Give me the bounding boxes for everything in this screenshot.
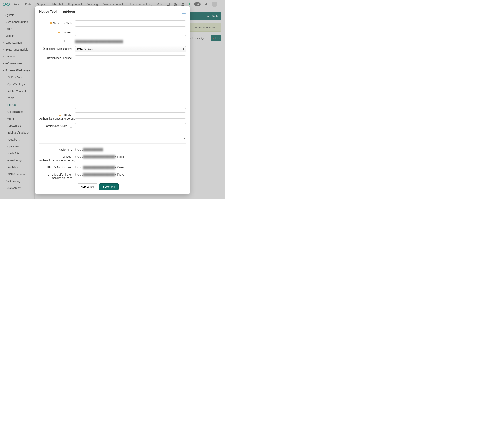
label-key-type: Öffentlicher Schlüsseltyp [39,46,75,52]
close-button[interactable]: ✕ [182,10,186,14]
redirect-uri-textarea[interactable] [75,123,186,139]
label-auth-url2: URL der Authentifizierungsanforderung [39,155,75,162]
label-auth-url: ✱ URL der Authentifizierungsanforderung [39,112,75,120]
label-public-key: Öffentlicher Schüssel [39,55,75,109]
public-key-textarea[interactable] [75,55,186,109]
tool-url-input[interactable] [75,30,186,36]
label-redirect: Umleitungs-URI(s) ? [39,123,75,140]
auth-url-input[interactable] [75,112,186,119]
divider [39,143,186,144]
key-type-select[interactable]: RSA-Schüssel [75,46,186,52]
label-tool-name: ✱ Name des Tools [39,20,75,27]
label-keyset-url: URL des öffentlichen Schlüsselbundes [39,173,75,180]
client-id-value: ████████████████████████ [75,40,123,43]
tool-name-input[interactable] [75,20,186,27]
cancel-button[interactable]: Abbrechen [78,183,97,190]
keyset-url-value: https://████████████████/lti/keys [75,173,186,180]
new-tool-dialog: Neues Tool hinzufügen ✕ ✱ Name des Tools… [36,6,190,194]
token-url-value: https://████████████████/lti/token [75,166,186,169]
label-client-id: Client-ID [39,39,75,43]
label-token-url: URL für Zugriffstoken [39,166,75,169]
label-tool-url: ✱ Tool URL [39,30,75,36]
platform-id-value: https://██████████ [75,148,186,152]
auth-url-value: https://████████████████/lti/auth [75,155,186,162]
dialog-title: Neues Tool hinzufügen [39,10,75,14]
help-icon[interactable]: ? [70,125,72,128]
label-platform-id: Plattform-ID [39,148,75,152]
save-button[interactable]: Speichern [99,183,119,190]
